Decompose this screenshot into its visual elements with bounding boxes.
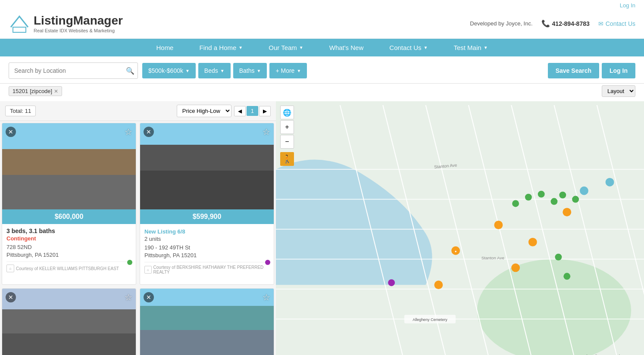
listing-card: ✕ ☆ $599,900 New Listing 6/8 2 units 190… (140, 123, 274, 285)
more-filter-button[interactable]: + More ▼ (269, 63, 307, 78)
listing-address: 728 52ND Pittsburgh, PA 15201 (6, 243, 131, 259)
agent-name: Courtesy of KELLER WILLIAMS PITTSBURGH E… (16, 266, 119, 271)
search-input[interactable] (9, 62, 138, 79)
action-buttons: Save Search Log In (548, 63, 635, 78)
nav-find-home-label: Find a Home (199, 44, 236, 51)
filter-buttons: $500k-$600k ▼ Beds ▼ Baths ▼ + More ▼ (142, 63, 544, 78)
svg-point-22 (511, 264, 520, 272)
price-banner: $600,000 (2, 209, 136, 224)
logo-icon (9, 12, 30, 35)
svg-point-20 (494, 221, 503, 229)
developed-by-text: Developed by Joyce, Inc. (470, 20, 532, 27)
favorite-button[interactable]: ☆ (263, 292, 270, 302)
prev-page-button[interactable]: ◀ (234, 106, 246, 116)
svg-point-25 (606, 178, 614, 187)
search-box: 🔍 (9, 62, 138, 79)
map-zoom-in-button[interactable]: + (280, 120, 294, 134)
svg-rect-0 (13, 27, 26, 32)
remove-listing-button[interactable]: ✕ (144, 127, 154, 137)
more-filter-arrow: ▼ (297, 69, 301, 73)
tag-remove-button[interactable]: ✕ (54, 88, 58, 94)
status-dot (265, 260, 270, 265)
sort-area: Price High-Low Price Low-High Newest Old… (177, 105, 271, 117)
active-tags: 15201 [zipcode] ✕ (9, 86, 62, 96)
layout-select[interactable]: Layout (602, 85, 635, 97)
map-globe-button[interactable]: 🌐 (280, 106, 294, 119)
tag-type: [zipcode] (30, 88, 52, 94)
login-button[interactable]: Log In (602, 63, 635, 78)
contact-top-label[interactable]: Contact Us (606, 20, 635, 27)
main-content: Total: 11 Price High-Low Price Low-High … (0, 101, 644, 355)
map-street-view-button[interactable]: 🚶 (280, 152, 294, 166)
logo-area: ListingManager Real Estate IDX Websites … (9, 12, 123, 35)
nav-contact-us[interactable]: Contact Us ▼ (376, 39, 441, 56)
agent-name: Courtesy of BERKSHIRE HATHAWAY THE PREFE… (153, 265, 269, 274)
nav-our-team-arrow: ▼ (299, 45, 303, 50)
sort-select[interactable]: Price High-Low Price Low-High Newest Old… (177, 105, 231, 117)
remove-listing-button[interactable]: ✕ (6, 292, 16, 302)
results-bar: Total: 11 Price High-Low Price Low-High … (0, 101, 276, 121)
svg-point-28 (512, 200, 519, 207)
svg-text:Allegheny Cemetery: Allegheny Cemetery (413, 318, 447, 322)
nav-find-home-arrow: ▼ (238, 45, 243, 50)
nav-our-team[interactable]: Our Team ▼ (256, 39, 316, 56)
nav-test-main-arrow: ▼ (484, 45, 488, 50)
map-controls: 🌐 + − 🚶 (280, 106, 294, 166)
listing-image: ✕ ☆ (2, 289, 136, 355)
listing-image: ✕ ☆ (2, 123, 136, 209)
svg-point-30 (538, 191, 545, 198)
svg-point-33 (572, 196, 579, 203)
svg-point-34 (555, 254, 562, 261)
search-button[interactable]: 🔍 (126, 67, 134, 75)
phone-icon: 📞 (541, 19, 550, 28)
price-banner: $599,900 (140, 209, 274, 224)
svg-point-32 (559, 192, 566, 199)
logo-subtitle: Real Estate IDX Websites & Marketing (34, 28, 123, 34)
remove-listing-button[interactable]: ✕ (144, 292, 154, 302)
remove-listing-button[interactable]: ✕ (6, 127, 16, 137)
svg-text:Stanton Ave: Stanton Ave (481, 255, 505, 260)
current-page: 1 (247, 106, 258, 116)
price-filter-button[interactable]: $500k-$600k ▼ (142, 63, 196, 78)
left-panel: Total: 11 Price High-Low Price Low-High … (0, 101, 276, 355)
nav-whats-new[interactable]: What's New (316, 39, 377, 56)
save-search-button[interactable]: Save Search (548, 63, 599, 78)
pagination: ◀ 1 ▶ (234, 106, 271, 116)
baths-filter-arrow: ▼ (257, 69, 261, 73)
contact-top[interactable]: ✉ Contact Us (598, 20, 635, 27)
svg-point-36 (388, 279, 395, 286)
listing-card: ✕ ☆ (140, 288, 274, 355)
search-bar: 🔍 $500k-$600k ▼ Beds ▼ Baths ▼ + More ▼ … (0, 56, 644, 84)
login-corner-link[interactable]: Log In (620, 2, 635, 9)
listing-image: ✕ ☆ (140, 123, 274, 209)
nav-find-home[interactable]: Find a Home ▼ (186, 39, 256, 56)
tag-row: 15201 [zipcode] ✕ Layout (0, 84, 644, 101)
nav-bar: Home Find a Home ▼ Our Team ▼ What's New… (0, 39, 644, 56)
map-zoom-out-button[interactable]: − (280, 135, 294, 149)
nav-test-main[interactable]: Test Main ▼ (441, 39, 500, 56)
baths-filter-button[interactable]: Baths ▼ (233, 63, 267, 78)
nav-our-team-label: Our Team (269, 44, 297, 51)
favorite-button[interactable]: ☆ (125, 292, 132, 302)
nav-contact-us-arrow: ▼ (424, 45, 428, 50)
next-page-button[interactable]: ▶ (259, 106, 271, 116)
beds-filter-label: Beds (204, 67, 218, 74)
baths-filter-label: Baths (239, 67, 255, 74)
favorite-button[interactable]: ☆ (263, 127, 270, 137)
layout-selector: Layout (602, 85, 635, 97)
beds-filter-button[interactable]: Beds ▼ (198, 63, 231, 78)
more-filter-label: + More (275, 67, 294, 74)
favorite-button[interactable]: ☆ (125, 127, 132, 137)
listing-image: ✕ ☆ (140, 289, 274, 355)
nav-whats-new-label: What's New (329, 44, 364, 51)
svg-text:Stanton Ave: Stanton Ave (434, 162, 458, 169)
top-right-info: Developed by Joyce, Inc. 📞 412-894-8783 … (470, 19, 635, 28)
svg-point-31 (551, 198, 558, 205)
logo-title: ListingManager (34, 13, 123, 28)
svg-point-23 (563, 208, 571, 216)
map-area[interactable]: Stanton Ave Stanton Ave ● Allegheny Ceme… (276, 101, 644, 355)
listing-card: ✕ ☆ (2, 288, 136, 355)
svg-text:●: ● (455, 249, 457, 253)
nav-home[interactable]: Home (143, 39, 186, 56)
listing-card: ✕ ☆ $600,000 3 beds, 3.1 baths Contingen… (2, 123, 136, 285)
